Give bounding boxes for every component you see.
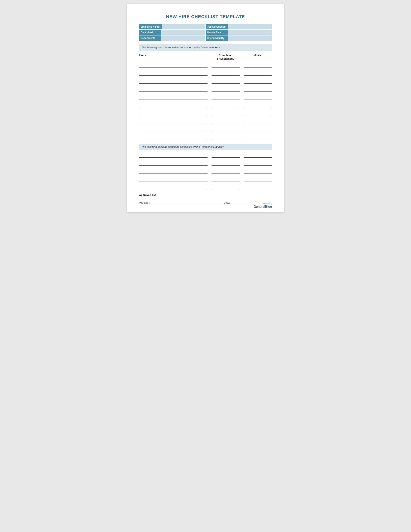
table-row — [139, 136, 272, 140]
header-right-col: Job Description: Hourly Rate: Interviewe… — [206, 24, 272, 41]
personnel-manager-banner: The following sections should be complet… — [139, 144, 272, 150]
table-row — [139, 185, 272, 190]
completed-line-6[interactable] — [212, 103, 240, 108]
employee-name-value[interactable] — [162, 24, 205, 29]
initials-line-1[interactable] — [244, 63, 272, 67]
initials-line-9[interactable] — [244, 128, 272, 132]
pm-initials-line-5[interactable] — [244, 185, 272, 190]
table-row — [139, 169, 272, 174]
pm-initials-line-3[interactable] — [244, 169, 272, 174]
pm-item-line-3[interactable] — [139, 169, 207, 174]
department-head-banner: The following sections should be complet… — [139, 44, 272, 51]
initials-line-7[interactable] — [244, 111, 272, 116]
interviewed-by-value[interactable] — [228, 36, 272, 41]
interviewed-by-row: Interviewed By: — [206, 36, 272, 41]
interviewed-by-label: Interviewed By: — [206, 36, 228, 41]
table-row — [139, 128, 272, 132]
item-line-10[interactable] — [139, 136, 207, 140]
initials-line-2[interactable] — [244, 71, 272, 76]
date-hired-label: Date Hired: — [139, 30, 161, 35]
header-info-grid: Employee Name: Date Hired: Department: J… — [139, 24, 272, 41]
job-description-value[interactable] — [228, 24, 272, 29]
completed-line-1[interactable] — [212, 63, 240, 67]
department-label: Department: — [139, 36, 161, 41]
pm-item-line-4[interactable] — [139, 177, 207, 182]
completed-col-header: Completedor Explained? — [210, 54, 242, 61]
manager-label: Manager: — [139, 201, 150, 204]
completed-line-9[interactable] — [212, 128, 240, 132]
pm-item-line-5[interactable] — [139, 185, 207, 190]
table-row — [139, 161, 272, 166]
approved-section: Approved by: Manager: Date: — [139, 193, 272, 204]
item-line-2[interactable] — [139, 71, 207, 76]
date-hired-row: Date Hired: — [139, 30, 205, 35]
approved-by-title: Approved by: — [139, 193, 272, 197]
initials-line-3[interactable] — [244, 79, 272, 84]
item-line-6[interactable] — [139, 103, 207, 108]
table-row — [139, 120, 272, 124]
pm-completed-line-5[interactable] — [212, 185, 240, 190]
hourly-rate-value[interactable] — [228, 30, 272, 35]
completed-line-10[interactable] — [212, 136, 240, 140]
date-label: Date: — [224, 201, 230, 204]
department-row: Department: — [139, 36, 205, 41]
pm-completed-line-2[interactable] — [212, 161, 240, 166]
items-header: Items: Completedor Explained? Initials — [139, 54, 272, 61]
personnel-manager-section: The following sections should be complet… — [139, 144, 272, 190]
brand-blue: Blue — [265, 205, 272, 208]
pm-item-line-1[interactable] — [139, 153, 207, 158]
table-row — [139, 177, 272, 182]
pm-completed-line-1[interactable] — [212, 153, 240, 158]
completed-line-8[interactable] — [212, 120, 240, 124]
item-line-9[interactable] — [139, 128, 207, 132]
table-row — [139, 79, 272, 84]
completed-line-5[interactable] — [212, 95, 240, 100]
pm-initials-line-2[interactable] — [244, 161, 272, 166]
job-description-row: Job Description: — [206, 24, 272, 29]
page-title: NEW HIRE CHECKLIST TEMPLATE — [139, 14, 272, 19]
pm-initials-line-1[interactable] — [244, 153, 272, 158]
item-line-3[interactable] — [139, 79, 207, 84]
employee-name-label: Employee Name: — [139, 24, 162, 29]
item-line-1[interactable] — [139, 63, 207, 67]
footer: powered by GeneralBlue — [253, 202, 272, 209]
job-description-label: Job Description: — [206, 24, 228, 29]
table-row — [139, 63, 272, 67]
page-container: NEW HIRE CHECKLIST TEMPLATE Employee Nam… — [127, 4, 284, 212]
completed-line-7[interactable] — [212, 111, 240, 116]
item-line-7[interactable] — [139, 111, 207, 116]
item-line-5[interactable] — [139, 95, 207, 100]
pm-completed-line-4[interactable] — [212, 177, 240, 182]
approved-row: Manager: Date: — [139, 200, 272, 204]
department-value[interactable] — [161, 36, 205, 41]
pm-item-line-2[interactable] — [139, 161, 207, 166]
initials-line-8[interactable] — [244, 120, 272, 124]
manager-line[interactable] — [152, 200, 220, 204]
powered-by-label: powered by — [253, 202, 272, 205]
initials-line-10[interactable] — [244, 136, 272, 140]
table-row — [139, 153, 272, 158]
hourly-rate-label: Hourly Rate: — [206, 30, 228, 35]
initials-col-header: Initials — [242, 54, 272, 61]
completed-line-4[interactable] — [212, 87, 240, 92]
pm-initials-line-4[interactable] — [244, 177, 272, 182]
brand-general: General — [253, 205, 265, 208]
completed-line-2[interactable] — [212, 71, 240, 76]
item-line-8[interactable] — [139, 120, 207, 124]
table-row — [139, 71, 272, 76]
table-row — [139, 103, 272, 108]
department-head-section: The following sections should be complet… — [139, 44, 272, 140]
initials-line-6[interactable] — [244, 103, 272, 108]
item-line-4[interactable] — [139, 87, 207, 92]
initials-line-5[interactable] — [244, 95, 272, 100]
items-col-header: Items: — [139, 54, 210, 61]
brand-name: GeneralBlue — [253, 205, 272, 209]
date-hired-value[interactable] — [161, 30, 205, 35]
hourly-rate-row: Hourly Rate: — [206, 30, 272, 35]
completed-line-3[interactable] — [212, 79, 240, 84]
table-row — [139, 87, 272, 92]
employee-name-row: Employee Name: — [139, 24, 205, 29]
pm-completed-line-3[interactable] — [212, 169, 240, 174]
table-row — [139, 111, 272, 116]
initials-line-4[interactable] — [244, 87, 272, 92]
